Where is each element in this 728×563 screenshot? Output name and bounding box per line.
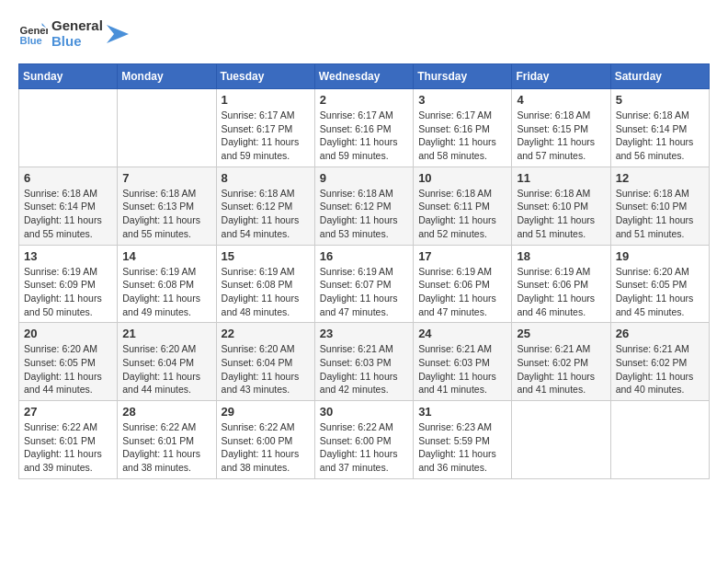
day-number: 16 — [320, 249, 408, 263]
calendar-cell: 24Sunrise: 6:21 AM Sunset: 6:03 PM Dayli… — [414, 323, 512, 401]
day-number: 1 — [222, 93, 310, 107]
day-detail: Sunrise: 6:18 AM Sunset: 6:15 PM Dayligh… — [517, 109, 605, 163]
day-number: 7 — [122, 171, 210, 185]
calendar-cell — [512, 401, 610, 479]
day-detail: Sunrise: 6:20 AM Sunset: 6:04 PM Dayligh… — [222, 342, 310, 396]
day-number: 6 — [24, 171, 112, 185]
page-header: General Blue General Blue — [18, 18, 710, 49]
calendar-week-row: 1Sunrise: 6:17 AM Sunset: 6:17 PM Daylig… — [19, 89, 710, 167]
day-detail: Sunrise: 6:21 AM Sunset: 6:02 PM Dayligh… — [616, 342, 704, 396]
day-detail: Sunrise: 6:18 AM Sunset: 6:10 PM Dayligh… — [517, 187, 605, 241]
day-detail: Sunrise: 6:22 AM Sunset: 6:00 PM Dayligh… — [320, 420, 408, 475]
day-number: 10 — [418, 171, 506, 185]
calendar-cell: 12Sunrise: 6:18 AM Sunset: 6:10 PM Dayli… — [610, 167, 709, 245]
calendar-cell: 26Sunrise: 6:21 AM Sunset: 6:02 PM Dayli… — [610, 323, 709, 401]
calendar-cell — [19, 89, 118, 167]
day-detail: Sunrise: 6:18 AM Sunset: 6:12 PM Dayligh… — [320, 187, 408, 241]
calendar-cell: 11Sunrise: 6:18 AM Sunset: 6:10 PM Dayli… — [512, 167, 610, 245]
day-detail: Sunrise: 6:17 AM Sunset: 6:16 PM Dayligh… — [418, 109, 506, 163]
calendar-table: SundayMondayTuesdayWednesdayThursdayFrid… — [18, 63, 710, 479]
day-detail: Sunrise: 6:18 AM Sunset: 6:12 PM Dayligh… — [222, 187, 310, 241]
calendar-cell: 22Sunrise: 6:20 AM Sunset: 6:04 PM Dayli… — [216, 323, 314, 401]
day-detail: Sunrise: 6:17 AM Sunset: 6:17 PM Dayligh… — [222, 109, 310, 163]
day-number: 21 — [122, 327, 210, 340]
calendar-cell: 13Sunrise: 6:19 AM Sunset: 6:09 PM Dayli… — [19, 245, 118, 323]
calendar-cell: 6Sunrise: 6:18 AM Sunset: 6:14 PM Daylig… — [19, 167, 118, 245]
day-detail: Sunrise: 6:18 AM Sunset: 6:13 PM Dayligh… — [122, 187, 210, 241]
day-number: 3 — [418, 93, 506, 107]
calendar-cell: 31Sunrise: 6:23 AM Sunset: 5:59 PM Dayli… — [414, 401, 512, 479]
day-detail: Sunrise: 6:19 AM Sunset: 6:07 PM Dayligh… — [320, 265, 408, 319]
calendar-cell: 2Sunrise: 6:17 AM Sunset: 6:16 PM Daylig… — [314, 89, 413, 167]
calendar-header-row: SundayMondayTuesdayWednesdayThursdayFrid… — [19, 64, 710, 89]
day-number: 27 — [24, 405, 112, 419]
day-detail: Sunrise: 6:21 AM Sunset: 6:02 PM Dayligh… — [517, 342, 605, 396]
calendar-cell: 16Sunrise: 6:19 AM Sunset: 6:07 PM Dayli… — [314, 245, 413, 323]
day-detail: Sunrise: 6:20 AM Sunset: 6:04 PM Dayligh… — [122, 342, 210, 396]
svg-text:General: General — [20, 25, 48, 36]
calendar-cell: 25Sunrise: 6:21 AM Sunset: 6:02 PM Dayli… — [512, 323, 610, 401]
day-detail: Sunrise: 6:22 AM Sunset: 6:01 PM Dayligh… — [24, 420, 112, 475]
day-number: 26 — [616, 327, 704, 340]
day-detail: Sunrise: 6:19 AM Sunset: 6:06 PM Dayligh… — [517, 265, 605, 319]
calendar-cell — [118, 89, 216, 167]
day-number: 30 — [320, 405, 408, 419]
day-number: 20 — [24, 327, 112, 340]
logo-general: General — [51, 17, 103, 33]
calendar-header-sunday: Sunday — [19, 64, 118, 89]
logo-arrow-icon — [107, 25, 129, 43]
calendar-cell: 7Sunrise: 6:18 AM Sunset: 6:13 PM Daylig… — [118, 167, 216, 245]
calendar-header-tuesday: Tuesday — [216, 64, 314, 89]
logo: General Blue General Blue — [18, 18, 129, 49]
day-detail: Sunrise: 6:21 AM Sunset: 6:03 PM Dayligh… — [418, 342, 506, 396]
day-detail: Sunrise: 6:19 AM Sunset: 6:08 PM Dayligh… — [222, 265, 310, 319]
day-detail: Sunrise: 6:18 AM Sunset: 6:14 PM Dayligh… — [616, 109, 704, 163]
day-number: 19 — [616, 249, 704, 263]
calendar-cell: 17Sunrise: 6:19 AM Sunset: 6:06 PM Dayli… — [414, 245, 512, 323]
day-number: 17 — [418, 249, 506, 263]
day-detail: Sunrise: 6:20 AM Sunset: 6:05 PM Dayligh… — [24, 342, 112, 396]
calendar-cell: 15Sunrise: 6:19 AM Sunset: 6:08 PM Dayli… — [216, 245, 314, 323]
calendar-cell: 9Sunrise: 6:18 AM Sunset: 6:12 PM Daylig… — [314, 167, 413, 245]
day-number: 14 — [122, 249, 210, 263]
day-detail: Sunrise: 6:17 AM Sunset: 6:16 PM Dayligh… — [320, 109, 408, 163]
day-number: 5 — [616, 93, 704, 107]
calendar-cell: 19Sunrise: 6:20 AM Sunset: 6:05 PM Dayli… — [610, 245, 709, 323]
day-detail: Sunrise: 6:19 AM Sunset: 6:09 PM Dayligh… — [24, 265, 112, 319]
day-number: 12 — [616, 171, 704, 185]
calendar-cell: 29Sunrise: 6:22 AM Sunset: 6:00 PM Dayli… — [216, 401, 314, 479]
calendar-cell: 1Sunrise: 6:17 AM Sunset: 6:17 PM Daylig… — [216, 89, 314, 167]
calendar-header-wednesday: Wednesday — [314, 64, 413, 89]
day-detail: Sunrise: 6:20 AM Sunset: 6:05 PM Dayligh… — [616, 265, 704, 319]
calendar-cell: 28Sunrise: 6:22 AM Sunset: 6:01 PM Dayli… — [118, 401, 216, 479]
day-number: 25 — [517, 327, 605, 340]
calendar-cell: 10Sunrise: 6:18 AM Sunset: 6:11 PM Dayli… — [414, 167, 512, 245]
day-detail: Sunrise: 6:18 AM Sunset: 6:10 PM Dayligh… — [616, 187, 704, 241]
calendar-cell: 8Sunrise: 6:18 AM Sunset: 6:12 PM Daylig… — [216, 167, 314, 245]
day-number: 29 — [222, 405, 310, 419]
day-detail: Sunrise: 6:19 AM Sunset: 6:06 PM Dayligh… — [418, 265, 506, 319]
calendar-cell: 21Sunrise: 6:20 AM Sunset: 6:04 PM Dayli… — [118, 323, 216, 401]
day-detail: Sunrise: 6:18 AM Sunset: 6:14 PM Dayligh… — [24, 187, 112, 241]
calendar-header-monday: Monday — [118, 64, 216, 89]
calendar-header-saturday: Saturday — [610, 64, 709, 89]
calendar-cell: 30Sunrise: 6:22 AM Sunset: 6:00 PM Dayli… — [314, 401, 413, 479]
day-detail: Sunrise: 6:23 AM Sunset: 5:59 PM Dayligh… — [418, 420, 506, 475]
logo-blue: Blue — [51, 33, 82, 49]
day-number: 28 — [122, 405, 210, 419]
day-number: 8 — [222, 171, 310, 185]
day-number: 15 — [222, 249, 310, 263]
day-number: 9 — [320, 171, 408, 185]
svg-text:Blue: Blue — [20, 35, 42, 46]
day-number: 23 — [320, 327, 408, 340]
calendar-cell: 14Sunrise: 6:19 AM Sunset: 6:08 PM Dayli… — [118, 245, 216, 323]
calendar-week-row: 20Sunrise: 6:20 AM Sunset: 6:05 PM Dayli… — [19, 323, 710, 401]
day-detail: Sunrise: 6:18 AM Sunset: 6:11 PM Dayligh… — [418, 187, 506, 241]
day-number: 11 — [517, 171, 605, 185]
day-number: 4 — [517, 93, 605, 107]
calendar-week-row: 6Sunrise: 6:18 AM Sunset: 6:14 PM Daylig… — [19, 167, 710, 245]
day-detail: Sunrise: 6:22 AM Sunset: 6:01 PM Dayligh… — [122, 420, 210, 475]
calendar-cell: 20Sunrise: 6:20 AM Sunset: 6:05 PM Dayli… — [19, 323, 118, 401]
svg-marker-2 — [107, 25, 129, 43]
calendar-cell: 4Sunrise: 6:18 AM Sunset: 6:15 PM Daylig… — [512, 89, 610, 167]
